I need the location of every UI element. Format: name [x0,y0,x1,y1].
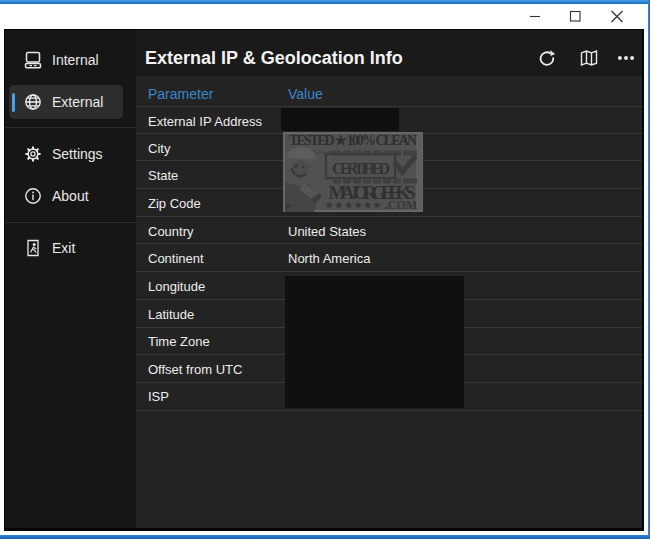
svg-text:TESTED ★ 100% CLEAN: TESTED ★ 100% CLEAN [289,133,417,148]
svg-text:.COM: .COM [385,198,417,212]
svg-text:CERTIFIED: CERTIFIED [332,160,390,177]
svg-text:★★★★★★: ★★★★★★ [325,200,382,210]
